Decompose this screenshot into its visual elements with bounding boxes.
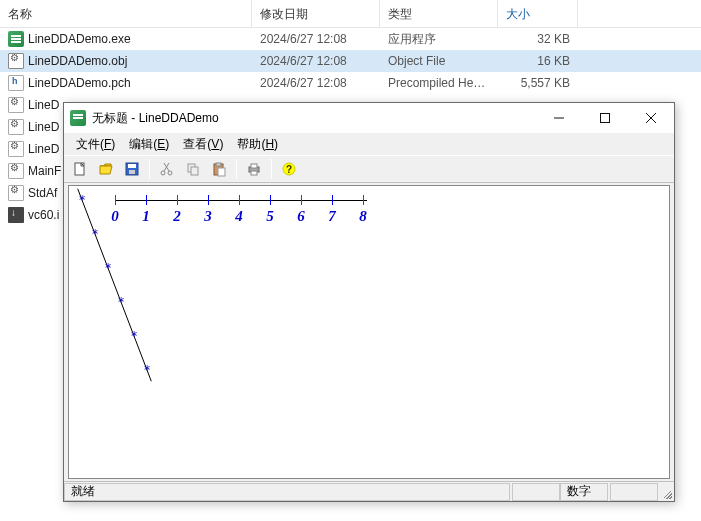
file-size: 32 KB [498, 30, 578, 48]
status-blank-cell [610, 483, 658, 501]
app-window: 无标题 - LineDDADemo 文件(F)编辑(E)查看(V)帮助(H) [63, 102, 675, 502]
svg-rect-15 [216, 163, 221, 166]
explorer-column-headers: 名称 修改日期 类型 大小 [0, 0, 701, 28]
file-icon [8, 185, 24, 201]
dda-point-star: * [78, 193, 85, 207]
toolbar: ? [64, 155, 674, 183]
window-controls [536, 103, 674, 133]
cut-button[interactable] [155, 158, 179, 180]
file-date: 2024/6/27 12:08 [252, 52, 380, 70]
file-size: 5,557 KB [498, 74, 578, 92]
status-blank-cell [512, 483, 560, 501]
title-bar[interactable]: 无标题 - LineDDADemo [64, 103, 674, 133]
svg-line-22 [78, 189, 152, 381]
dda-point-star: * [117, 295, 124, 309]
svg-rect-6 [128, 164, 136, 168]
save-button[interactable] [120, 158, 144, 180]
svg-rect-16 [218, 168, 225, 176]
svg-rect-7 [129, 170, 135, 174]
svg-rect-13 [191, 167, 198, 175]
app-icon [70, 110, 86, 126]
dda-point-star: * [91, 227, 98, 241]
file-name: LineD [28, 98, 59, 112]
file-name: LineDDADemo.obj [28, 54, 127, 68]
file-row[interactable]: LineDDADemo.obj2024/6/27 12:08Object Fil… [0, 50, 701, 72]
file-row[interactable]: LineDDADemo.exe2024/6/27 12:08应用程序32 KB [0, 28, 701, 50]
file-type: Precompiled He… [380, 74, 498, 92]
new-button[interactable] [68, 158, 92, 180]
file-icon [8, 141, 24, 157]
file-row[interactable]: LineDDADemo.pch2024/6/27 12:08Precompile… [0, 72, 701, 94]
file-name: LineD [28, 120, 59, 134]
svg-rect-1 [601, 114, 610, 123]
file-icon [8, 119, 24, 135]
open-button[interactable] [94, 158, 118, 180]
file-name: LineDDADemo.exe [28, 32, 131, 46]
svg-point-10 [161, 171, 165, 175]
file-icon [8, 207, 24, 223]
status-numlock: 数字 [560, 483, 608, 501]
resize-grip-icon[interactable] [658, 483, 674, 501]
svg-point-11 [168, 171, 172, 175]
menu-bar: 文件(F)编辑(E)查看(V)帮助(H) [64, 133, 674, 155]
status-ready: 就绪 [64, 483, 510, 501]
toolbar-separator [271, 159, 272, 179]
dda-point-star: * [143, 363, 150, 377]
maximize-button[interactable] [582, 103, 628, 133]
header-name[interactable]: 名称 [0, 0, 252, 27]
menu-h[interactable]: 帮助(H) [231, 134, 284, 155]
window-title: 无标题 - LineDDADemo [92, 110, 219, 127]
close-button[interactable] [628, 103, 674, 133]
file-icon [8, 75, 24, 91]
header-date[interactable]: 修改日期 [252, 0, 380, 27]
menu-v[interactable]: 查看(V) [177, 134, 229, 155]
file-date: 2024/6/27 12:08 [252, 74, 380, 92]
file-name: StdAf [28, 186, 57, 200]
file-icon [8, 97, 24, 113]
file-icon [8, 163, 24, 179]
status-bar: 就绪 数字 [64, 481, 674, 501]
file-name: LineDDADemo.pch [28, 76, 131, 90]
dda-line-segment [69, 186, 669, 478]
file-name: vc60.i [28, 208, 59, 222]
header-size[interactable]: 大小 [498, 0, 578, 27]
file-icon [8, 31, 24, 47]
copy-button[interactable] [181, 158, 205, 180]
file-icon [8, 53, 24, 69]
toolbar-separator [149, 159, 150, 179]
dda-point-star: * [104, 261, 111, 275]
menu-f[interactable]: 文件(F) [70, 134, 121, 155]
help-button[interactable]: ? [277, 158, 301, 180]
file-date: 2024/6/27 12:08 [252, 30, 380, 48]
file-size: 16 KB [498, 52, 578, 70]
file-name: MainF [28, 164, 61, 178]
print-button[interactable] [242, 158, 266, 180]
dda-point-star: * [130, 329, 137, 343]
svg-rect-19 [251, 171, 257, 175]
paste-button[interactable] [207, 158, 231, 180]
svg-rect-18 [251, 164, 257, 168]
header-type[interactable]: 类型 [380, 0, 498, 27]
file-type: 应用程序 [380, 29, 498, 50]
file-name: LineD [28, 142, 59, 156]
svg-text:?: ? [286, 164, 292, 175]
canvas-area[interactable]: 012345678 ****** [68, 185, 670, 479]
menu-e[interactable]: 编辑(E) [123, 134, 175, 155]
toolbar-separator [236, 159, 237, 179]
file-type: Object File [380, 52, 498, 70]
minimize-button[interactable] [536, 103, 582, 133]
